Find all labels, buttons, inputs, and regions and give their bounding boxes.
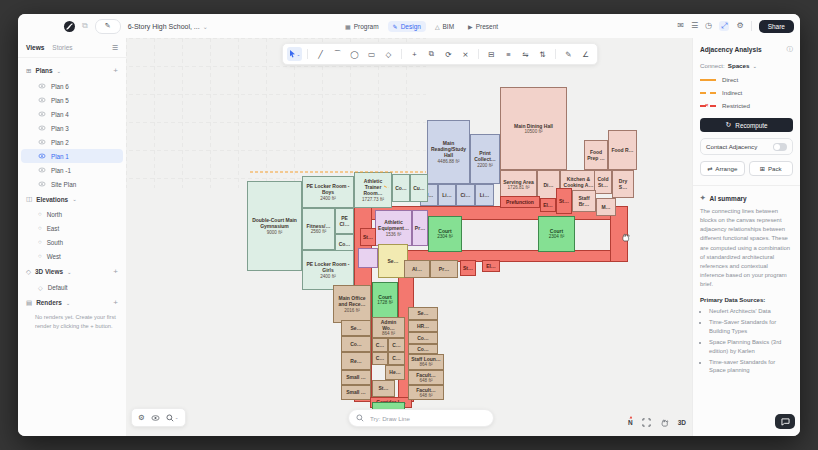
arrange-button[interactable]: ⇄Arrange — [700, 161, 745, 176]
view-item-plan-4[interactable]: Plan 4 — [21, 107, 123, 121]
corridor[interactable] — [358, 248, 378, 268]
room-food-prep[interactable]: Food Prep … — [584, 140, 608, 170]
measure-tool[interactable]: ✎ — [561, 47, 576, 61]
room-print-collect[interactable]: Print Collect…2200 ft² — [470, 134, 500, 184]
room-se[interactable]: Se… — [408, 307, 438, 320]
add-plans-button[interactable]: + — [113, 66, 118, 75]
share-button[interactable]: Share — [759, 20, 794, 33]
tab-bim[interactable]: △BIM — [430, 21, 459, 32]
room-se[interactable]: Se… — [341, 320, 371, 336]
room-co[interactable]: Co… — [341, 336, 371, 352]
section-renders[interactable]: ▤Renders⌄+ — [18, 294, 126, 311]
expand-icon[interactable]: ⤢ — [719, 21, 729, 31]
room-pe-locker-room-boys[interactable]: PE Locker Room - Boys2400 ft² — [302, 176, 354, 208]
canvas-settings-icon[interactable]: ⚙ — [138, 413, 145, 422]
room-pr[interactable]: Pr… — [430, 260, 458, 278]
ellipse-tool[interactable]: ◯ — [347, 47, 362, 61]
tab-present[interactable]: ▶Present — [463, 21, 503, 32]
design-canvas[interactable]: Main Dining Hall10500 ft²Food R…Food Pre… — [126, 38, 692, 436]
mirror-horizontal-tool[interactable]: ⇋ — [518, 47, 533, 61]
room-admin-wo[interactable]: Admin Wo…864 ft² — [372, 317, 405, 338]
room-ci[interactable]: Ci… — [456, 184, 475, 206]
room-dry-s[interactable]: Dry S… — [612, 170, 634, 198]
room-c[interactable]: C… — [372, 352, 388, 365]
room-el[interactable]: El… — [540, 198, 556, 212]
room-hr[interactable]: HR… — [408, 320, 438, 332]
compass-north-button[interactable]: N — [628, 419, 633, 426]
trim-tool[interactable]: ⨯ — [458, 47, 473, 61]
sidebar-menu-icon[interactable]: ☰ — [112, 44, 118, 52]
room-el[interactable]: El… — [482, 260, 500, 272]
room-al[interactable]: Al… — [404, 260, 430, 278]
room-co[interactable]: Co… — [408, 344, 438, 354]
room-pe-locker-room-girls[interactable]: PE Locker Room - Girls2400 ft² — [302, 250, 354, 290]
room-staff-loun[interactable]: Staff Loun…864 ft² — [408, 354, 444, 370]
history-icon[interactable]: ◷ — [705, 22, 712, 30]
frames-icon[interactable]: ⧉ — [82, 22, 88, 30]
visibility-icon[interactable] — [151, 415, 160, 421]
room-pr[interactable]: Pr… — [412, 210, 428, 246]
tab-views[interactable]: Views — [26, 44, 44, 51]
room-main-dining-hall[interactable]: Main Dining Hall10500 ft² — [500, 87, 567, 170]
view-item-south[interactable]: ○South — [21, 235, 123, 249]
settings-icon[interactable]: ⚙ — [736, 22, 743, 30]
recompute-button[interactable]: ↻ Recompute — [700, 118, 793, 132]
zoom-to-fit-icon[interactable] — [642, 418, 651, 427]
room-c[interactable]: C… — [372, 338, 388, 352]
pack-button[interactable]: ⊞Pack — [749, 161, 794, 176]
view-item-plan-6[interactable]: Plan 6 — [21, 79, 123, 93]
eraser-tool[interactable]: ◇ — [381, 47, 396, 61]
connect-value-dropdown[interactable]: Spaces — [728, 62, 750, 69]
room-st[interactable]: St… — [360, 228, 376, 246]
room-st[interactable]: St… — [556, 188, 572, 214]
view-item-plan-1[interactable]: Plan 1 — [21, 149, 123, 163]
contact-adjacency-toggle[interactable] — [773, 143, 787, 151]
comments-icon[interactable]: ✉ — [677, 22, 684, 30]
tab-design[interactable]: ✎Design — [388, 21, 426, 32]
info-icon[interactable]: ⓘ — [787, 45, 794, 54]
distribute-tool[interactable]: ≡ — [501, 47, 516, 61]
room-court[interactable]: Court1728 ft² — [372, 282, 398, 318]
section-3d-views[interactable]: ◇3D Views⌄+ — [18, 263, 126, 280]
room-food-r[interactable]: Food R… — [608, 130, 637, 170]
room-c[interactable]: C… — [388, 352, 405, 365]
room-athletic-trainer-room[interactable]: Athletic Trainer Room…1727.73 ft² — [354, 172, 392, 208]
view-item-site-plan[interactable]: Site Plan — [21, 177, 123, 191]
room-main-reading-study-hall[interactable]: Main Reading/Study Hall4486.88 ft² — [427, 120, 470, 184]
tab-program[interactable]: ▦Program — [340, 21, 384, 32]
align-tool[interactable]: ⊟ — [484, 47, 499, 61]
move-tool[interactable]: + — [407, 47, 422, 61]
select-tool[interactable]: ⌄ — [287, 47, 302, 61]
room-li[interactable]: Li… — [438, 184, 456, 206]
room-re[interactable]: Re… — [341, 352, 371, 370]
room-athletic-equipment[interactable]: Athletic Equipment…1536 ft² — [375, 210, 412, 246]
room-st[interactable]: St… — [460, 260, 476, 276]
document-title[interactable]: 6-Story High School, ...⌄ — [128, 23, 208, 30]
app-logo-icon[interactable] — [64, 21, 75, 32]
room-cold-st[interactable]: Cold St… — [594, 170, 612, 194]
arc-tool[interactable]: ⌒ — [330, 47, 345, 61]
view-item-east[interactable]: ○East — [21, 221, 123, 235]
room-main-office-and-rece[interactable]: Main Office and Rece…2016 ft² — [333, 285, 371, 323]
room-staff-br[interactable]: Staff Br… — [572, 190, 596, 212]
offset-tool[interactable]: ⧉ — [424, 47, 439, 61]
room-fitness[interactable]: Fitness/…2560 ft² — [302, 208, 335, 250]
room-st[interactable]: St… — [372, 380, 395, 397]
view-item-plan-5[interactable]: Plan 5 — [21, 93, 123, 107]
view-item-plan-1[interactable]: Plan -1 — [21, 163, 123, 177]
room-li[interactable]: Li… — [475, 184, 494, 206]
mirror-vertical-tool[interactable]: ⇅ — [535, 47, 550, 61]
room-m[interactable]: M… — [596, 198, 616, 216]
edit-tool-button[interactable]: ✎ — [95, 19, 121, 34]
view-item-plan-3[interactable]: Plan 3 — [21, 121, 123, 135]
command-input[interactable] — [368, 414, 486, 423]
view-item-north[interactable]: ○North — [21, 207, 123, 221]
room-he[interactable]: He… — [385, 365, 405, 380]
room-small[interactable]: Small … — [341, 385, 371, 400]
angle-tool[interactable]: ∠ — [578, 47, 593, 61]
zoom-menu[interactable]: ⌄ — [166, 414, 179, 422]
room-prefunction[interactable]: Prefunction — [500, 196, 540, 208]
view-item-plan-2[interactable]: Plan 2 — [21, 135, 123, 149]
line-tool[interactable]: ╱ — [313, 47, 328, 61]
rotate-tool[interactable]: ⟳ — [441, 47, 456, 61]
